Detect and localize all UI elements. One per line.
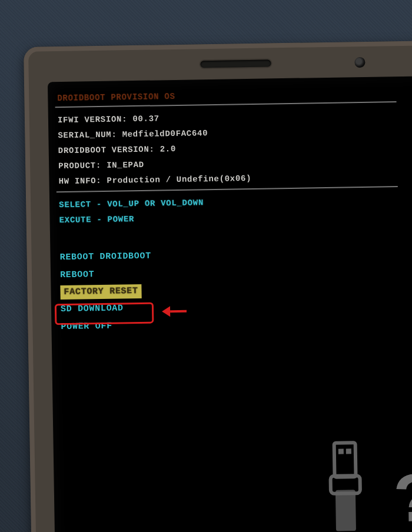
usb-status-area: ? No USB cable connected! bbox=[224, 418, 412, 532]
front-camera bbox=[354, 57, 365, 68]
tablet-body: DROIDBOOT PROVISION OS IFWI VERSION: 00.… bbox=[24, 41, 412, 532]
page-title: DROIDBOOT PROVISION OS bbox=[57, 88, 412, 103]
svg-rect-2 bbox=[334, 443, 355, 477]
boot-screen: DROIDBOOT PROVISION OS IFWI VERSION: 00.… bbox=[55, 88, 412, 532]
photo-scene: DROIDBOOT PROVISION OS IFWI VERSION: 00.… bbox=[0, 0, 412, 532]
question-mark-icon: ? bbox=[394, 467, 412, 532]
menu-item-factory-reset[interactable]: FACTORY RESET bbox=[60, 284, 141, 300]
boot-menu: REBOOT DROIDBOOT REBOOT FACTORY RESET SD… bbox=[59, 243, 412, 336]
display-bezel: DROIDBOOT PROVISION OS IFWI VERSION: 00.… bbox=[48, 76, 412, 532]
svg-rect-3 bbox=[338, 449, 343, 454]
usb-icon bbox=[303, 418, 387, 532]
speaker-grille bbox=[200, 59, 271, 68]
svg-rect-0 bbox=[335, 490, 355, 531]
svg-rect-4 bbox=[345, 448, 351, 454]
